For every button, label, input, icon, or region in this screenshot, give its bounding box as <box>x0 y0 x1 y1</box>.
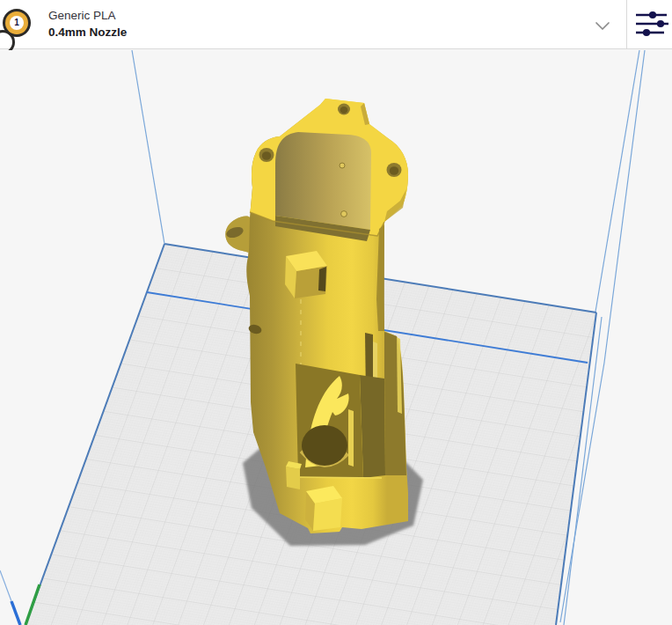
header-divider <box>626 0 627 49</box>
lower-right-recess <box>360 375 385 478</box>
left-foot-tab <box>286 461 302 489</box>
print-settings-icon[interactable] <box>632 10 669 40</box>
base-edge-highlight <box>298 477 382 478</box>
cura-window: 1 Generic PLA 0.4mm Nozzle <box>0 0 672 625</box>
front-boss <box>285 251 327 298</box>
chevron-down-icon[interactable] <box>595 18 610 28</box>
extruder-summary[interactable]: Generic PLA 0.4mm Nozzle <box>48 8 127 40</box>
lower-cutout <box>296 364 363 478</box>
cutout-right-strip <box>348 409 354 467</box>
extruder-config-bar[interactable]: 1 Generic PLA 0.4mm Nozzle <box>0 0 672 49</box>
3d-viewport[interactable] <box>0 50 672 625</box>
front-foot <box>305 486 342 531</box>
nozzle-size: 0.4mm Nozzle <box>48 24 127 40</box>
material-name: Generic PLA <box>48 8 127 24</box>
material-color-ring: 1 <box>5 11 28 34</box>
cavity-hole-lower <box>341 211 347 217</box>
cavity-opening <box>275 132 371 230</box>
extruder-badge[interactable]: 1 <box>3 9 31 37</box>
extruder-number: 1 <box>10 16 24 30</box>
cavity-hole-upper <box>340 163 345 168</box>
boss-hole <box>318 267 326 291</box>
scene-canvas[interactable] <box>0 50 672 625</box>
large-bore-hole <box>302 425 347 466</box>
